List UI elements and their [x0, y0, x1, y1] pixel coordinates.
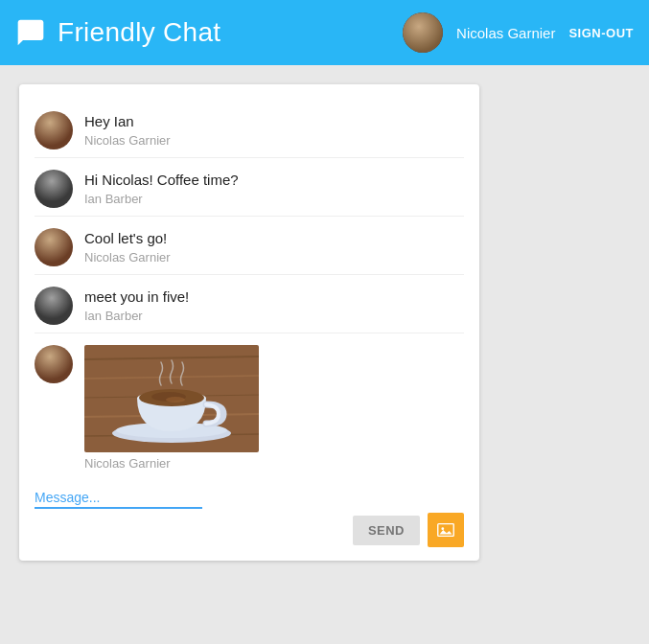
sign-out-button[interactable]: SIGN-OUT [568, 26, 634, 40]
image-upload-button[interactable] [428, 513, 464, 547]
message-text: Hey Ian [84, 111, 464, 131]
message-content: Hey Ian Nicolas Garnier [84, 111, 464, 148]
chat-card: Hey Ian Nicolas Garnier Hi Nicolas! Coff… [19, 84, 479, 561]
avatar [35, 170, 73, 208]
message-image [84, 345, 259, 452]
header-left: Friendly Chat [15, 17, 220, 48]
message-text: meet you in five! [84, 287, 464, 307]
user-avatar-header [403, 12, 443, 53]
message-sender: Nicolas Garnier [84, 250, 464, 264]
avatar [35, 228, 73, 266]
message-sender: Nicolas Garnier [84, 456, 464, 471]
messages-list: Hey Ian Nicolas Garnier Hi Nicolas! Coff… [19, 100, 479, 478]
input-area: SEND [19, 478, 479, 561]
message-sender: Ian Barber [84, 309, 464, 323]
header-right: Nicolas Garnier SIGN-OUT [403, 12, 634, 53]
message-content: Hi Nicolas! Coffee time? Ian Barber [84, 170, 464, 206]
avatar [35, 287, 73, 325]
svg-point-10 [166, 397, 185, 402]
message-content: Cool let's go! Nicolas Garnier [84, 228, 464, 264]
message-item: Nicolas Garnier [35, 334, 464, 478]
app-title: Friendly Chat [58, 17, 220, 48]
message-sender: Ian Barber [84, 192, 464, 206]
app-header: Friendly Chat Nicolas Garnier SIGN-OUT [0, 0, 649, 65]
message-item: Hi Nicolas! Coffee time? Ian Barber [35, 158, 464, 217]
message-item: Hey Ian Nicolas Garnier [35, 100, 464, 158]
svg-point-12 [441, 527, 444, 530]
message-input[interactable] [35, 488, 202, 509]
avatar [35, 345, 73, 383]
chat-bubble-icon [15, 17, 46, 48]
message-item: Cool let's go! Nicolas Garnier [35, 217, 464, 275]
message-sender: Nicolas Garnier [84, 133, 464, 148]
main-content: Hey Ian Nicolas Garnier Hi Nicolas! Coff… [0, 65, 649, 580]
message-text: Hi Nicolas! Coffee time? [84, 170, 464, 190]
input-row: SEND [35, 513, 464, 547]
message-item: meet you in five! Ian Barber [35, 275, 464, 334]
image-icon [435, 519, 456, 540]
avatar [35, 111, 73, 150]
message-content: meet you in five! Ian Barber [84, 287, 464, 323]
send-button[interactable]: SEND [353, 516, 420, 545]
header-user-name: Nicolas Garnier [456, 25, 555, 41]
message-content: Nicolas Garnier [84, 345, 464, 471]
message-text: Cool let's go! [84, 228, 464, 248]
